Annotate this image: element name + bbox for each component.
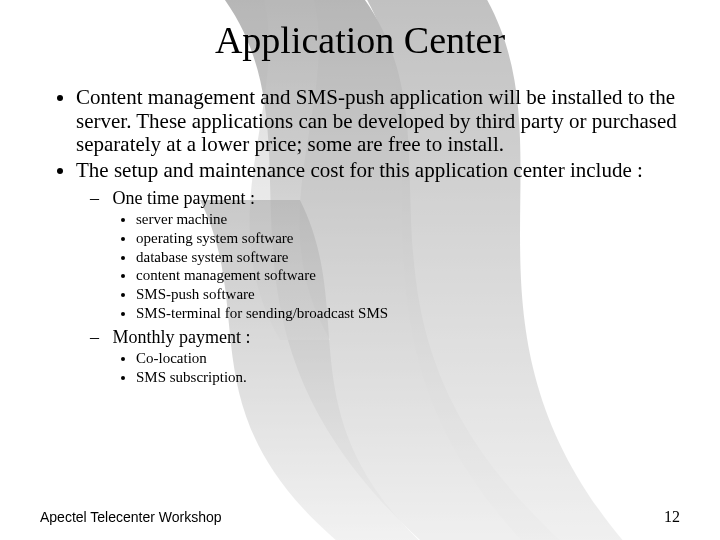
detail-item: Co-location: [136, 349, 680, 368]
page-number: 12: [664, 508, 680, 526]
bullet-item: Content management and SMS-push applicat…: [76, 86, 680, 157]
detail-item: SMS-terminal for sending/broadcast SMS: [136, 304, 680, 323]
sub-list: One time payment : server machine operat…: [78, 188, 680, 386]
detail-item: SMS subscription.: [136, 368, 680, 387]
detail-list: server machine operating system software…: [118, 210, 680, 323]
bullet-text: The setup and maintenance cost for this …: [76, 158, 643, 182]
detail-item: server machine: [136, 210, 680, 229]
slide: Application Center Content management an…: [0, 0, 720, 540]
detail-item: content management software: [136, 266, 680, 285]
sub-item-label: Monthly payment :: [113, 327, 251, 347]
detail-list: Co-location SMS subscription.: [118, 349, 680, 387]
sub-item: Monthly payment : Co-location SMS subscr…: [90, 327, 680, 387]
footer: Apectel Telecenter Workshop 12: [40, 508, 680, 526]
bullet-list: Content management and SMS-push applicat…: [54, 86, 680, 386]
detail-item: operating system software: [136, 229, 680, 248]
sub-item-label: One time payment :: [113, 188, 255, 208]
detail-item: database system software: [136, 248, 680, 267]
detail-item: SMS-push software: [136, 285, 680, 304]
bullet-item: The setup and maintenance cost for this …: [76, 159, 680, 387]
footer-text: Apectel Telecenter Workshop: [40, 509, 222, 525]
slide-title: Application Center: [40, 18, 680, 62]
sub-item: One time payment : server machine operat…: [90, 188, 680, 323]
